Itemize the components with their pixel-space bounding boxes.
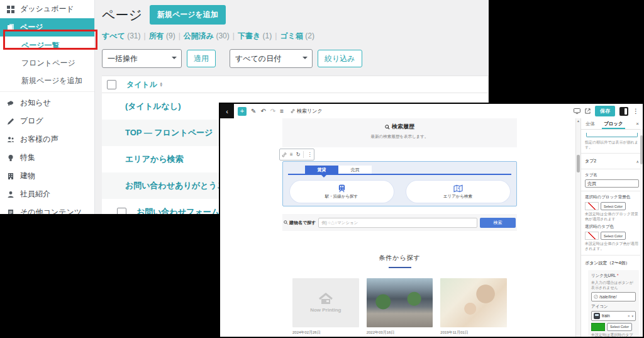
conditions-title: 条件から探す bbox=[282, 254, 517, 262]
canvas-scrollbar[interactable]: ▲ bbox=[575, 118, 580, 337]
block-transform-icon[interactable]: ↻ bbox=[296, 152, 301, 157]
select-color-button[interactable]: Select Color bbox=[601, 202, 626, 210]
sidebar-item-features[interactable]: 特集 bbox=[0, 149, 94, 167]
tab-rent[interactable]: 賃貸 bbox=[305, 166, 338, 174]
link-icon bbox=[594, 295, 598, 299]
tab-color-note: 未設定時は全体のタブ色が適用されます。 bbox=[585, 241, 639, 251]
back-button[interactable]: ‹ bbox=[220, 104, 234, 118]
tab-global[interactable]: 全体 bbox=[581, 118, 599, 129]
button-label: 駅・沿線から探す bbox=[325, 194, 358, 200]
select-color-button[interactable]: Select Color bbox=[601, 232, 626, 240]
tab-block[interactable]: ブロック bbox=[599, 118, 628, 129]
add-new-page-button[interactable]: 新規ページを追加 bbox=[150, 5, 226, 25]
sidebar-scrollbar-thumb[interactable] bbox=[640, 135, 643, 164]
sidebar-item-testimonials[interactable]: お客様の声 bbox=[0, 130, 94, 149]
block-options-kebab-icon[interactable]: ⋮ bbox=[307, 152, 312, 157]
color-swatch-none[interactable] bbox=[585, 202, 599, 210]
icon-color-note: 未設定時は選択時のタブ色が適用されます bbox=[591, 332, 636, 337]
sidebar-item-dashboard[interactable]: ダッシュボード bbox=[0, 0, 94, 18]
search-by-station-button[interactable]: 駅・沿線から探す bbox=[290, 181, 394, 203]
search-submit-button[interactable]: 検索 bbox=[480, 218, 516, 228]
page-title-link[interactable]: エリアから検索 bbox=[125, 154, 184, 165]
scrollbar-up-arrow[interactable]: ▲ bbox=[576, 119, 580, 123]
chevron-down-icon[interactable]: ▾ bbox=[631, 314, 633, 318]
close-sidebar-icon[interactable]: × bbox=[636, 121, 643, 127]
search-by-area-button[interactable]: エリアから検索 bbox=[406, 181, 510, 203]
block-inserter-button[interactable]: + bbox=[238, 107, 247, 116]
color-swatch-none[interactable] bbox=[585, 232, 599, 240]
tab-sale[interactable]: 売買 bbox=[338, 166, 372, 174]
button-settings-group: リンク先URL * 未入力の場合はボタンが表示されません /sale/line/… bbox=[588, 270, 639, 337]
sidebar-item-add-new-page[interactable]: 新規ページを追加 bbox=[0, 72, 94, 89]
condition-card[interactable]: 2022年03月16日 学区から探す bbox=[367, 278, 433, 337]
building-name-input[interactable] bbox=[318, 218, 477, 228]
sidebar-item-pages[interactable]: ページ bbox=[0, 18, 94, 37]
preview-desktop-icon[interactable] bbox=[574, 108, 580, 114]
filter-link-published[interactable]: 公開済み bbox=[184, 31, 214, 40]
link-url-input[interactable]: /sale/line/ bbox=[591, 292, 636, 301]
pencil-icon bbox=[6, 117, 15, 126]
view-site-icon[interactable] bbox=[585, 108, 591, 114]
toolbar-separator bbox=[303, 151, 304, 158]
block-drag-icon[interactable]: ≡ bbox=[290, 152, 293, 157]
row-checkbox[interactable] bbox=[117, 208, 126, 215]
page-title-link[interactable]: TOP — フロントページ bbox=[125, 127, 213, 138]
redo-icon[interactable]: ↷ bbox=[270, 108, 275, 115]
sort-arrows-icon: ▲▼ bbox=[159, 82, 163, 87]
column-title[interactable]: タイトル ▲▼ bbox=[126, 79, 163, 90]
link-url-note: 未入力の場合はボタンが表示されません bbox=[591, 280, 636, 290]
save-button[interactable]: 保存 bbox=[595, 106, 615, 116]
sidebar-item-blog[interactable]: ブログ bbox=[0, 112, 94, 130]
block-editor-window: ‹ + ✎ ↶ ↷ ≡ 検索リンク 保存 ⋮ 検索履歴 bbox=[219, 103, 644, 338]
page-title-link[interactable]: お問い合わせフォーム bbox=[136, 206, 219, 214]
block-type-link-icon[interactable] bbox=[282, 152, 287, 157]
sidebar-scrollbar[interactable] bbox=[640, 129, 643, 337]
filter-link-all[interactable]: すべて bbox=[102, 31, 125, 40]
page-title: ページ bbox=[102, 6, 142, 24]
link-url-label: リンク先URL * bbox=[591, 273, 636, 279]
filter-link-mine[interactable]: 所有 bbox=[149, 31, 164, 40]
list-view-icon[interactable]: ≡ bbox=[280, 108, 284, 115]
sidebar-item-staff[interactable]: 社員紹介 bbox=[0, 185, 94, 203]
train-icon bbox=[337, 184, 347, 193]
undo-icon[interactable]: ↶ bbox=[260, 108, 265, 115]
scrollbar-thumb[interactable] bbox=[577, 155, 580, 172]
section-gap bbox=[282, 206, 517, 214]
people-icon bbox=[6, 135, 15, 144]
options-kebab-icon[interactable]: ⋮ bbox=[633, 108, 639, 115]
active-tab-pointer bbox=[321, 175, 326, 180]
clipped-button[interactable] bbox=[586, 133, 638, 137]
select-color-button[interactable]: Select Color bbox=[607, 323, 632, 331]
tab2-section-header[interactable]: タブ2 ∧ bbox=[585, 157, 639, 166]
sidebar-item-page-list[interactable]: ページ一覧 bbox=[0, 37, 94, 54]
date-filter-select[interactable]: すべての日付 bbox=[230, 49, 313, 68]
block-toolbar: ≡ ↻ ⋮ bbox=[279, 149, 314, 161]
search-history-title: 検索履歴 bbox=[392, 123, 414, 131]
filter-link-draft[interactable]: 下書き bbox=[238, 31, 260, 40]
sidebar-item-other-content[interactable]: その他コンテンツ bbox=[0, 203, 94, 214]
sidebar-item-label: 建物 bbox=[20, 171, 35, 181]
condition-card[interactable]: 2019年11月01日 ファミリー向け bbox=[440, 278, 507, 337]
select-all-checkbox[interactable] bbox=[107, 80, 116, 89]
bulk-action-select[interactable]: 一括操作 bbox=[102, 49, 182, 68]
sidebar-item-news[interactable]: お知らせ bbox=[0, 94, 94, 112]
page-title-link[interactable]: (タイトルなし) bbox=[125, 101, 181, 112]
sidebar-item-front-page[interactable]: フロントページ bbox=[0, 54, 94, 72]
clear-icon[interactable]: × bbox=[628, 314, 630, 318]
settings-sidebar-toggle-icon[interactable] bbox=[619, 107, 628, 116]
color-swatch-green[interactable] bbox=[591, 323, 605, 331]
tab-name-input[interactable] bbox=[585, 179, 639, 188]
search-icon bbox=[284, 220, 288, 225]
edit-mode-icon[interactable]: ✎ bbox=[251, 108, 256, 115]
condition-card[interactable]: Now Printing 2024年02月26日 未入居物件特集 bbox=[292, 278, 359, 337]
button-settings-header: ボタン設定（2〜4個） bbox=[585, 259, 639, 268]
icon-select[interactable]: train × ▾ bbox=[591, 311, 636, 321]
now-printing-text: Now Printing bbox=[310, 307, 341, 313]
icon-value: train bbox=[602, 313, 610, 318]
apply-button[interactable]: 適用 bbox=[187, 50, 216, 67]
selected-search-tabs-block[interactable]: 賃貸 売買 駅・沿線から探す bbox=[282, 161, 517, 206]
filter-button[interactable]: 絞り込み bbox=[318, 50, 362, 67]
button-label: エリアから検索 bbox=[443, 194, 472, 200]
filter-link-trash[interactable]: ゴミ箱 bbox=[280, 31, 303, 40]
sidebar-item-buildings[interactable]: 建物 bbox=[0, 167, 94, 185]
